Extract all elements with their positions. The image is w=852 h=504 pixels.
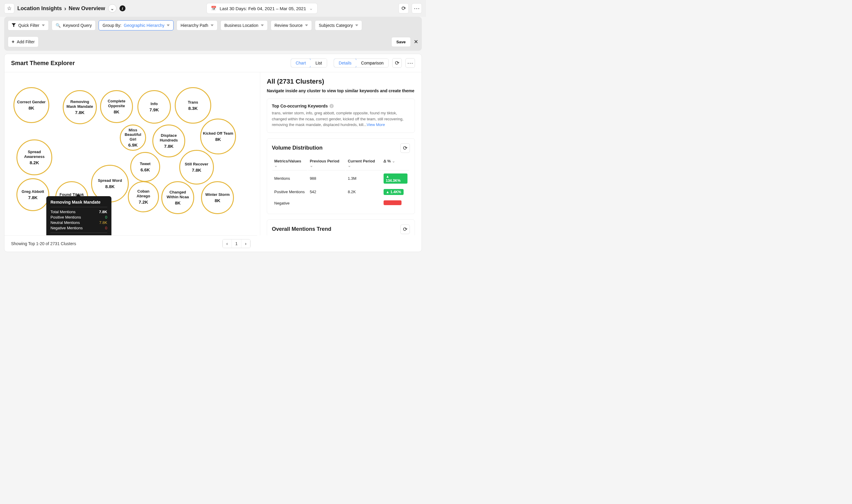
- bubble-chart[interactable]: Removing Mask Mandate Total Mentions7.8K…: [4, 72, 260, 235]
- cell-curr: 8.2K: [346, 186, 381, 197]
- cluster-bubble[interactable]: Correct Gender8K: [14, 87, 49, 123]
- cluster-bubble[interactable]: Miss Beautiful Girl6.9K: [120, 125, 146, 151]
- cluster-bubble[interactable]: Trans8.3K: [175, 87, 211, 124]
- tooltip-pos-label: Positive Mentions: [51, 215, 81, 219]
- cluster-bubble[interactable]: Kicked Off Team8K: [200, 119, 236, 155]
- save-button[interactable]: Save: [391, 37, 411, 47]
- col-metrics[interactable]: Metrics/Values ⌄: [272, 157, 307, 170]
- keywords-card: Top Co-occurring Keywords i trans, winte…: [267, 98, 415, 133]
- view-more-link[interactable]: View More: [367, 122, 385, 127]
- bubble-label: Complete Opposite: [103, 99, 130, 108]
- top-header: Location Insights New Overview ⌄ i 📅 Las…: [0, 0, 426, 17]
- view-details-button[interactable]: Details: [334, 58, 357, 68]
- business-location-chip[interactable]: Business Location: [220, 20, 268, 31]
- table-row: Positive Mentions5428.2K▲ 1.4K%: [272, 186, 409, 197]
- volume-table: Metrics/Values ⌄ Previous Period ⌄ Curre…: [272, 156, 410, 209]
- cluster-bubble[interactable]: Greg Abbott7.8K: [16, 178, 49, 211]
- cluster-bubble[interactable]: Tweet6.6K: [130, 152, 160, 182]
- subjects-category-chip[interactable]: Subjects Category: [315, 20, 362, 31]
- view-toggle: Chart List: [291, 58, 327, 68]
- pager-prev-button[interactable]: ‹: [223, 239, 232, 248]
- refresh-button[interactable]: [398, 3, 409, 14]
- col-previous[interactable]: Previous Period ⌄: [308, 157, 345, 170]
- date-range-selector[interactable]: 📅 Last 30 Days: Feb 04, 2021 – Mar 05, 2…: [207, 3, 317, 14]
- bubble-value: 7.8K: [75, 110, 85, 115]
- view-chart-button[interactable]: Chart: [291, 58, 311, 68]
- info-button[interactable]: i: [120, 5, 125, 11]
- pager-next-button[interactable]: ›: [241, 239, 250, 248]
- bubble-label: Kicked Off Team: [203, 131, 233, 136]
- delta-badge: ▲ 1.4K%: [384, 189, 404, 195]
- bubble-value: 7.2K: [139, 199, 148, 204]
- bubble-label: Coban Abrego: [130, 189, 156, 198]
- business-location-label: Business Location: [224, 23, 259, 28]
- bubble-value: 8.8K: [105, 184, 115, 189]
- cell-delta: ▲ 134.3K%: [382, 171, 410, 186]
- cell-metric: Mentions: [272, 171, 307, 186]
- subjects-category-label: Subjects Category: [319, 23, 353, 28]
- detail-toggle: Details Comparison: [334, 58, 389, 68]
- group-by-chip[interactable]: Group By: Geographic Hierarchy: [99, 20, 174, 31]
- bubble-value: 8K: [215, 137, 221, 142]
- view-comparison-button[interactable]: Comparison: [356, 59, 388, 67]
- tooltip-neg-value: 0: [105, 226, 107, 230]
- keyword-query-chip[interactable]: Keyword Query: [52, 20, 95, 31]
- trend-refresh-button[interactable]: [400, 224, 410, 234]
- view-list-button[interactable]: List: [311, 59, 327, 67]
- bubble-label: Winter Storm: [205, 192, 230, 197]
- cluster-bubble[interactable]: Displace Hundreds7.8K: [152, 125, 185, 157]
- bubble-value: 8.3K: [188, 106, 198, 111]
- col-delta[interactable]: Δ % ⌄: [382, 157, 410, 170]
- bubble-value: 7.8K: [192, 167, 201, 173]
- group-by-value: Geographic Hierarchy: [124, 23, 164, 28]
- chevron-down-icon: [167, 24, 170, 26]
- trend-header: Overall Mentions Trend: [272, 224, 410, 234]
- card-footer: Showing Top 1-20 of 2731 Clusters ‹ 1 ›: [4, 235, 257, 252]
- cluster-bubble[interactable]: Removing Mask Mandate7.8K: [63, 90, 97, 124]
- pager: ‹ 1 ›: [222, 239, 251, 248]
- chevron-down-icon: [261, 24, 264, 26]
- bubble-value: 8K: [175, 200, 180, 205]
- cluster-bubble[interactable]: Winter Storm8K: [201, 181, 234, 214]
- breadcrumb-current[interactable]: New Overview: [69, 5, 105, 12]
- filter-icon: [12, 23, 16, 28]
- close-filters-button[interactable]: ✕: [414, 38, 418, 45]
- hierarchy-path-chip[interactable]: Hierarchy Path: [177, 20, 217, 31]
- bubble-value: 8K: [29, 105, 34, 110]
- add-filter-button[interactable]: Add Filter: [8, 36, 38, 47]
- panel-more-button[interactable]: [405, 58, 415, 68]
- panel-refresh-button[interactable]: [392, 58, 402, 68]
- review-source-label: Review Source: [274, 23, 303, 28]
- bubble-label: Correct Gender: [17, 100, 46, 105]
- info-icon[interactable]: i: [330, 104, 334, 108]
- quick-filter-label: Quick Filter: [18, 23, 39, 28]
- cluster-bubble[interactable]: Spread Awareness8.2K: [16, 140, 52, 175]
- star-icon: [7, 5, 12, 12]
- add-filter-label: Add Filter: [17, 39, 35, 44]
- cluster-bubble[interactable]: Still Recover7.8K: [179, 150, 214, 184]
- volume-header: Volume Distribution: [272, 143, 410, 153]
- cluster-bubble[interactable]: Changed Within Ncaa8K: [161, 181, 194, 214]
- keyword-query-label: Keyword Query: [63, 23, 92, 28]
- trend-title: Overall Mentions Trend: [272, 226, 331, 232]
- cluster-bubble[interactable]: Info7.9K: [138, 90, 171, 124]
- bubble-value: 8K: [214, 198, 220, 203]
- breadcrumb-root[interactable]: Location Insights: [17, 5, 62, 12]
- breadcrumb-dropdown[interactable]: ⌄: [108, 4, 117, 13]
- bubble-label: Still Recover: [185, 162, 209, 167]
- col-current[interactable]: Current Period ⌄: [346, 157, 381, 170]
- more-button[interactable]: [412, 3, 422, 14]
- footer-text: Showing Top 1-20 of 2731 Clusters: [11, 241, 76, 246]
- favorite-button[interactable]: [4, 3, 14, 14]
- volume-refresh-button[interactable]: [400, 143, 410, 153]
- bubble-label: Removing Mask Mandate: [66, 100, 94, 109]
- cluster-bubble[interactable]: Complete Opposite8K: [100, 90, 133, 123]
- quick-filter-chip[interactable]: Quick Filter: [8, 20, 49, 31]
- cluster-bubble[interactable]: Coban Abrego7.2K: [128, 181, 159, 212]
- bubble-label: Displace Hundreds: [155, 133, 182, 142]
- bubble-value: 6.6K: [140, 167, 150, 172]
- review-source-chip[interactable]: Review Source: [271, 20, 312, 31]
- bubble-label: Miss Beautiful Girl: [123, 128, 143, 142]
- plus-icon: [12, 39, 14, 44]
- delta-badge: ▲ 134.3K%: [384, 174, 408, 184]
